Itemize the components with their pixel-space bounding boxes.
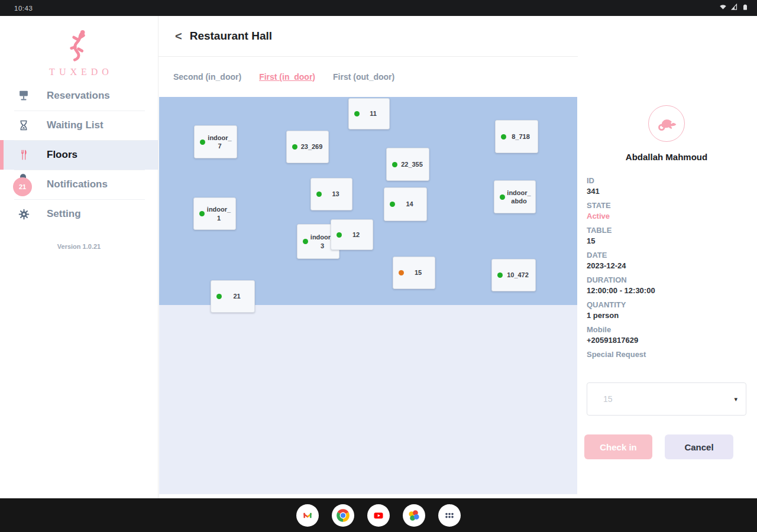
- chevron-down-icon: ▾: [734, 395, 737, 403]
- table-select[interactable]: 15 ▾: [587, 382, 746, 416]
- table-card-23_269[interactable]: 23_269: [286, 131, 329, 163]
- gecko-logo-icon: [67, 29, 92, 66]
- table-status-dot: [200, 140, 205, 145]
- field-value: [587, 361, 746, 369]
- tab-second-in-door[interactable]: Second (in_door): [173, 72, 241, 82]
- field-value: +20591817629: [587, 336, 746, 345]
- table-card-indoor_abdo[interactable]: indoor_abdo: [494, 180, 536, 213]
- field-label: DURATION: [587, 275, 746, 284]
- fork-knife-icon: [16, 148, 31, 161]
- field-label: QUANTITY: [587, 300, 746, 309]
- check-in-button[interactable]: Check in: [584, 434, 652, 459]
- field-label: ID: [587, 176, 746, 185]
- table-status-dot: [392, 162, 397, 167]
- table-card-21[interactable]: 21: [211, 280, 255, 313]
- battery-icon: [742, 2, 749, 14]
- table-label: indoor_7: [205, 134, 237, 151]
- floor-tabs: Second (in_door) First (in_door) First (…: [158, 57, 578, 97]
- floor-map: 11indoor_723_2698_71822_3551314indoor_ab…: [159, 97, 577, 494]
- cancel-button[interactable]: Cancel: [665, 434, 733, 459]
- brand-name: TUXEDO: [49, 67, 113, 77]
- field-value: 1 person: [587, 311, 746, 320]
- page-header: < Restaurant Hall: [158, 16, 578, 57]
- hourglass-icon: [16, 119, 31, 132]
- table-status-dot: [303, 239, 308, 244]
- table-status-dot: [337, 232, 342, 238]
- table-label: 8_718: [506, 132, 538, 141]
- table-label: indoor_1: [205, 205, 235, 222]
- table-status-dot: [497, 273, 503, 278]
- sidebar-item-waiting-list[interactable]: Waiting List: [0, 111, 158, 140]
- table-label: 12: [342, 231, 373, 239]
- gear-icon: [16, 208, 31, 220]
- table-status-dot: [199, 211, 205, 216]
- main-content: < Restaurant Hall Second (in_door) First…: [158, 16, 578, 498]
- status-badge: Active: [587, 212, 746, 220]
- youtube-icon[interactable]: [367, 504, 390, 527]
- table-card-15[interactable]: 15: [393, 257, 435, 289]
- chameleon-icon: [654, 111, 680, 137]
- table-card-11[interactable]: 11: [348, 98, 390, 129]
- status-bar: 10:43: [0, 0, 757, 16]
- table-label: 10_472: [503, 271, 535, 279]
- table-card-10_472[interactable]: 10_472: [491, 259, 536, 291]
- floor-zone-lower: [159, 305, 577, 494]
- table-status-dot: [316, 192, 322, 197]
- sidebar-item-reservations[interactable]: Reservations: [0, 81, 158, 111]
- field-value: 2023-12-24: [587, 261, 746, 270]
- table-status-dot: [390, 202, 395, 207]
- field-label: Mobile: [587, 325, 746, 334]
- back-button[interactable]: <: [175, 30, 182, 43]
- panel-actions: Check in Cancel: [584, 434, 746, 459]
- table-status-dot: [354, 111, 360, 116]
- field-label: Special Request: [587, 350, 746, 359]
- table-card-13[interactable]: 13: [310, 178, 352, 210]
- field-duration: DURATION 12:00:00 - 12:30:00: [587, 275, 746, 295]
- table-card-indoor_7[interactable]: indoor_7: [194, 125, 237, 158]
- table-card-14[interactable]: 14: [384, 187, 427, 221]
- chrome-icon[interactable]: [332, 504, 354, 527]
- avatar: [648, 105, 685, 142]
- field-label: STATE: [587, 201, 746, 210]
- table-card-12[interactable]: 12: [331, 219, 373, 250]
- table-card-8_718[interactable]: 8_718: [495, 120, 538, 153]
- field-value: 15: [587, 236, 746, 245]
- sidebar-item-label: Reservations: [47, 90, 110, 102]
- sidebar-item-label: Notifications: [47, 179, 108, 190]
- signal-icon: [730, 3, 739, 14]
- google-photos-icon[interactable]: [403, 504, 425, 527]
- sidebar-item-setting[interactable]: Setting: [0, 199, 158, 229]
- sidebar-item-floors[interactable]: Floors: [0, 140, 158, 170]
- field-state: STATE Active: [587, 201, 746, 220]
- sidebar-item-label: Waiting List: [47, 119, 103, 131]
- sidebar-item-label: Setting: [47, 208, 81, 220]
- taskbar: [0, 498, 757, 532]
- logo-block: TUXEDO: [0, 16, 158, 81]
- bell-icon: 21: [13, 173, 31, 196]
- clock: 10:43: [14, 5, 33, 12]
- guest-name: Abdallah Mahmoud: [587, 152, 746, 162]
- table-select-value: 15: [603, 394, 734, 404]
- field-id: ID 341: [587, 176, 746, 196]
- tab-first-out-door[interactable]: First (out_door): [333, 72, 394, 82]
- table-status-dot: [292, 144, 297, 150]
- app-drawer-icon[interactable]: [438, 504, 461, 527]
- reservation-fields: ID 341 STATE Active TABLE 15 DATE 2023-1…: [587, 176, 746, 375]
- table-card-22_355[interactable]: 22_355: [386, 148, 429, 181]
- field-quantity: QUANTITY 1 person: [587, 300, 746, 320]
- status-icons: [719, 2, 749, 14]
- table-label: 22_355: [397, 160, 429, 168]
- sidebar-item-notifications[interactable]: 21 Notifications: [0, 170, 158, 199]
- table-label: 23_269: [297, 142, 328, 151]
- table-status-dot: [399, 270, 404, 275]
- field-value: 341: [587, 187, 746, 196]
- notification-badge: 21: [13, 177, 32, 196]
- table-card-indoor_1[interactable]: indoor_1: [193, 197, 236, 230]
- table-status-dot: [500, 194, 505, 200]
- app-version: Version 1.0.21: [0, 243, 158, 250]
- table-label: 13: [322, 190, 352, 198]
- tab-first-in-door[interactable]: First (in_door): [259, 72, 315, 82]
- gmail-icon[interactable]: [296, 504, 319, 527]
- wifi-icon: [719, 3, 727, 14]
- field-table: TABLE 15: [587, 226, 746, 245]
